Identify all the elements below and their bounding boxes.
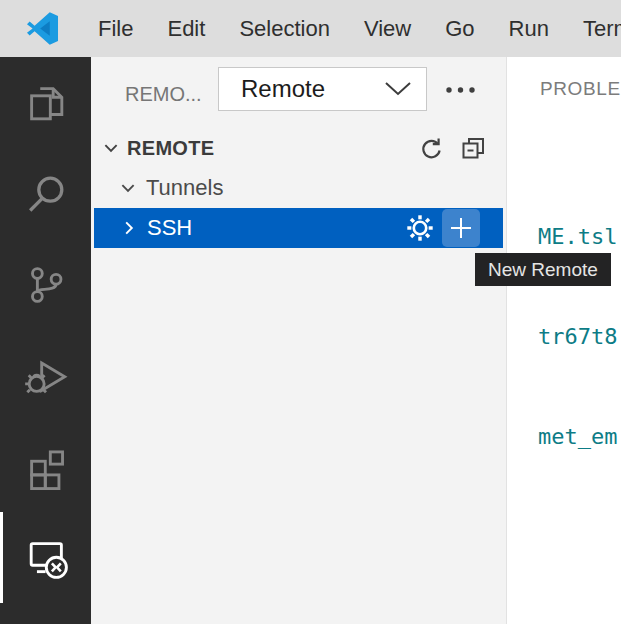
plus-icon	[448, 215, 474, 241]
run-debug-icon[interactable]	[0, 330, 91, 421]
menu-selection[interactable]: Selection	[222, 16, 347, 42]
refresh-icon[interactable]	[417, 135, 443, 161]
tree-item-tunnels[interactable]: Tunnels	[91, 168, 506, 208]
problems-panel-header[interactable]: PROBLEMS	[540, 78, 621, 100]
menu-terminal[interactable]: Terminal	[566, 16, 621, 42]
vscode-logo-icon	[26, 12, 59, 45]
menu-run[interactable]: Run	[492, 16, 566, 42]
activity-bar	[0, 57, 91, 624]
menu-go[interactable]: Go	[428, 16, 491, 42]
explorer-icon[interactable]	[0, 57, 91, 148]
text-line: URBPAR	[538, 621, 617, 624]
text-line: met_em	[538, 420, 617, 453]
tree-item-label: SSH	[147, 215, 192, 241]
remote-scope-value: Remote	[241, 75, 384, 103]
collapse-all-icon[interactable]	[460, 135, 486, 161]
chevron-down-icon	[119, 179, 137, 197]
menu-view[interactable]: View	[347, 16, 428, 42]
tree-item-label: Tunnels	[146, 175, 223, 201]
chevron-right-icon	[120, 219, 138, 237]
menu-edit[interactable]: Edit	[150, 16, 222, 42]
editor-panel: PROBLEMS ME.tsl tr67t8 met_em URBPAR met…	[507, 57, 621, 624]
menu-bar: File Edit Selection View Go Run Terminal	[81, 16, 621, 42]
chevron-down-icon	[102, 139, 120, 157]
title-bar: File Edit Selection View Go Run Terminal	[0, 0, 621, 57]
new-remote-button[interactable]	[442, 209, 480, 247]
text-line: tr67t8	[538, 320, 617, 353]
more-actions-icon[interactable]	[441, 77, 481, 103]
remote-explorer-sidebar: REMO... Remote REMOTE Tunnel	[91, 57, 507, 624]
tree-item-ssh[interactable]: SSH	[94, 208, 503, 248]
section-remote[interactable]: REMOTE	[91, 131, 506, 165]
chevron-down-icon	[384, 81, 412, 97]
menu-file[interactable]: File	[81, 16, 150, 42]
new-remote-tooltip: New Remote	[475, 253, 611, 286]
search-icon[interactable]	[0, 148, 91, 239]
source-control-icon[interactable]	[0, 239, 91, 330]
text-line: ME.tsl	[538, 220, 617, 253]
editor-text: ME.tsl tr67t8 met_em URBPAR met_em .o469…	[538, 153, 617, 624]
text-line	[538, 520, 617, 553]
remote-explorer-icon[interactable]	[0, 512, 91, 603]
sidebar-title: REMO...	[125, 83, 202, 106]
section-remote-label: REMOTE	[127, 137, 214, 160]
extensions-icon[interactable]	[0, 421, 91, 512]
remote-scope-dropdown[interactable]: Remote	[218, 67, 427, 111]
gear-icon[interactable]	[405, 213, 435, 243]
